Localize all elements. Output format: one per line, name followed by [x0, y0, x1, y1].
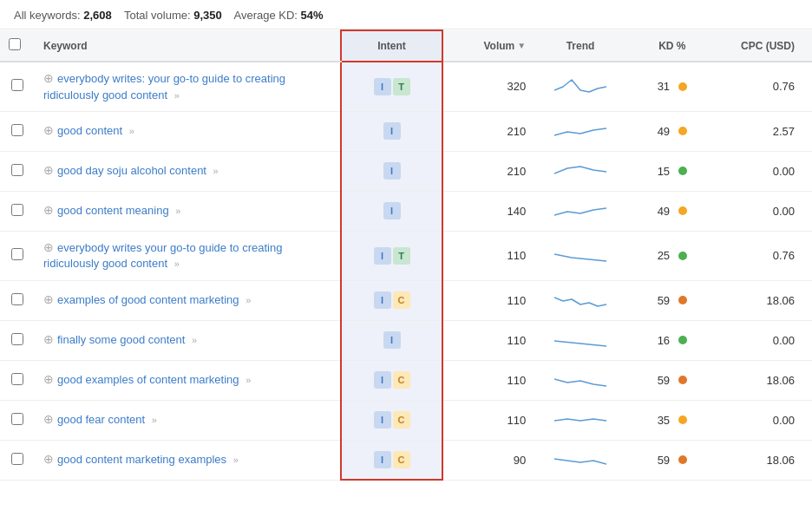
row-checkbox[interactable] [11, 373, 23, 385]
cpc-cell: 0.00 [718, 320, 812, 360]
intent-cell: I [341, 111, 443, 151]
keyword-chevron: » [152, 415, 157, 425]
keyword-text[interactable]: good content marketing examples [57, 453, 226, 466]
volume-cell: 110 [442, 360, 534, 400]
table-row: ⊕finally some good content »I110160.00 [0, 320, 812, 360]
table-row: ⊕good fear content »IC110350.00 [0, 400, 812, 440]
kd-cell: 49 [626, 111, 718, 151]
kd-cell: 49 [626, 191, 718, 231]
trend-cell [534, 400, 626, 440]
badge-c: C [393, 451, 410, 468]
row-checkbox[interactable] [11, 333, 23, 345]
keyword-text[interactable]: good content meaning [57, 204, 169, 217]
row-checkbox-cell[interactable] [0, 191, 35, 231]
kd-dot [678, 455, 687, 464]
trend-cell [534, 151, 626, 191]
trend-cell [534, 360, 626, 400]
add-keyword-icon[interactable]: ⊕ [43, 71, 54, 85]
row-checkbox-cell[interactable] [0, 440, 35, 480]
trend-cell [534, 320, 626, 360]
volume-header[interactable]: Volum ▼ [442, 30, 534, 62]
row-checkbox-cell[interactable] [0, 360, 35, 400]
add-keyword-icon[interactable]: ⊕ [43, 292, 54, 306]
total-volume-label: Total volume: [124, 9, 191, 22]
badge-c: C [393, 411, 410, 429]
select-all-header[interactable] [0, 30, 35, 62]
keyword-cell: ⊕good content marketing examples » [35, 440, 341, 480]
row-checkbox[interactable] [11, 79, 23, 91]
row-checkbox[interactable] [11, 164, 23, 176]
keyword-text[interactable]: good examples of content marketing [57, 373, 239, 386]
keyword-chevron: » [213, 166, 219, 176]
keywords-count: 2,608 [83, 9, 112, 22]
keyword-text[interactable]: everybody writes your go-to guide to cre… [43, 241, 282, 271]
keyword-text[interactable]: finally some good content [57, 333, 185, 346]
keyword-chevron: » [192, 335, 197, 345]
row-checkbox-cell[interactable] [0, 280, 35, 320]
keyword-cell: ⊕good fear content » [35, 400, 341, 440]
table-row: ⊕everybody writes: your go-to guide to c… [0, 62, 812, 111]
row-checkbox-cell[interactable] [0, 231, 35, 280]
badge-t: T [393, 247, 410, 265]
badge-i: I [383, 331, 401, 349]
row-checkbox-cell[interactable] [0, 62, 35, 111]
row-checkbox-cell[interactable] [0, 151, 35, 191]
select-all-checkbox[interactable] [9, 38, 21, 50]
cpc-cell: 0.00 [718, 400, 812, 440]
intent-header: Intent [341, 30, 443, 62]
trend-cell [534, 231, 626, 280]
keyword-text[interactable]: examples of good content marketing [57, 293, 239, 306]
table-row: ⊕good content »I210492.57 [0, 111, 812, 151]
cpc-cell: 18.06 [718, 360, 812, 400]
table-header-row: Keyword Intent Volum ▼ Trend KD % CPC (U… [0, 30, 812, 62]
table-row: ⊕good examples of content marketing »IC1… [0, 360, 812, 400]
row-checkbox-cell[interactable] [0, 320, 35, 360]
cpc-cell: 18.06 [718, 440, 812, 480]
keyword-text[interactable]: good fear content [57, 413, 145, 426]
table-row: ⊕everybody writes your go-to guide to cr… [0, 231, 812, 280]
kd-value: 59 [658, 374, 670, 387]
volume-cell: 90 [442, 440, 534, 480]
intent-cell: IC [341, 400, 443, 440]
table-row: ⊕good content meaning »I140490.00 [0, 191, 812, 231]
row-checkbox[interactable] [11, 293, 23, 305]
add-keyword-icon[interactable]: ⊕ [43, 203, 54, 217]
volume-cell: 110 [442, 280, 534, 320]
keyword-cell: ⊕finally some good content » [35, 320, 341, 360]
row-checkbox[interactable] [11, 453, 23, 465]
add-keyword-icon[interactable]: ⊕ [43, 412, 54, 426]
keyword-text[interactable]: good day soju alcohol content [57, 164, 206, 177]
row-checkbox[interactable] [11, 413, 23, 425]
keyword-cell: ⊕examples of good content marketing » [35, 280, 341, 320]
kd-dot [678, 127, 687, 135]
keyword-text[interactable]: everybody writes: your go-to guide to cr… [43, 72, 285, 101]
badge-i: I [374, 78, 391, 95]
cpc-cell: 18.06 [718, 280, 812, 320]
kd-value: 31 [658, 80, 670, 93]
summary-bar: All keywords: 2,608 Total volume: 9,350 … [0, 0, 812, 29]
add-keyword-icon[interactable]: ⊕ [43, 332, 54, 346]
add-keyword-icon[interactable]: ⊕ [43, 123, 54, 137]
add-keyword-icon[interactable]: ⊕ [43, 452, 54, 466]
kd-cell: 15 [626, 151, 718, 191]
row-checkbox-cell[interactable] [0, 111, 35, 151]
all-keywords-label: All keywords: [14, 9, 81, 22]
cpc-header: CPC (USD) [718, 30, 812, 62]
add-keyword-icon[interactable]: ⊕ [43, 163, 54, 177]
keyword-text[interactable]: good content [57, 124, 122, 137]
row-checkbox[interactable] [11, 248, 23, 260]
sparkline-chart [554, 409, 606, 429]
sparkline-chart [554, 120, 606, 141]
keyword-cell: ⊕good content » [35, 111, 341, 151]
kd-dot [678, 167, 687, 175]
add-keyword-icon[interactable]: ⊕ [43, 240, 54, 254]
row-checkbox[interactable] [11, 204, 23, 216]
trend-cell [534, 191, 626, 231]
row-checkbox[interactable] [11, 124, 23, 136]
table-row: ⊕examples of good content marketing »IC1… [0, 280, 812, 320]
add-keyword-icon[interactable]: ⊕ [43, 372, 54, 386]
sparkline-chart [554, 75, 606, 95]
row-checkbox-cell[interactable] [0, 400, 35, 440]
trend-cell [534, 62, 626, 111]
table-row: ⊕good day soju alcohol content »I210150.… [0, 151, 812, 191]
